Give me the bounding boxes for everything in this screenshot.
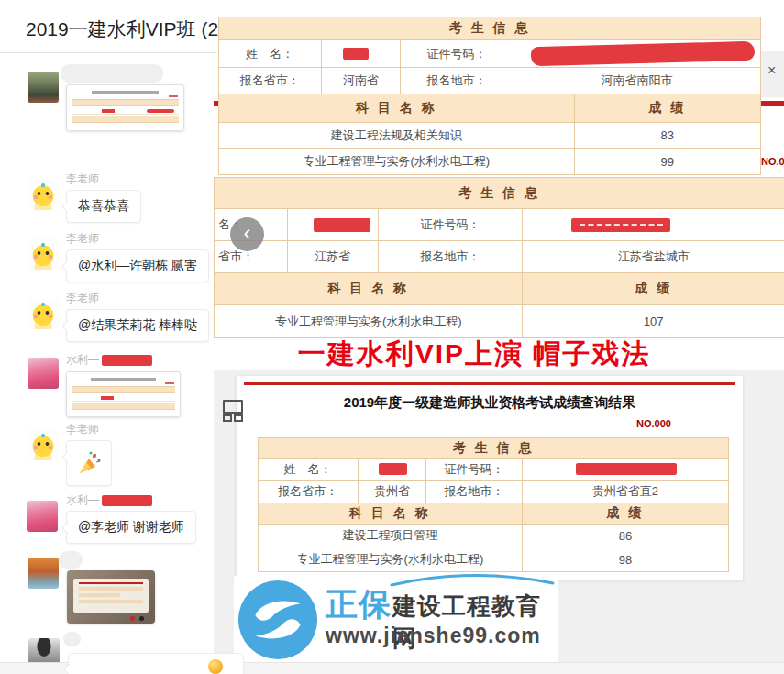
redacted-name-block: [102, 495, 152, 506]
result-page-title: 2019年度一级建造师执业资格考试成绩查询结果: [237, 394, 743, 412]
table-header-candidate-info: 考 生 信 息: [259, 438, 728, 458]
redacted-id-scribble: [531, 41, 755, 66]
message-bubble-emoji: [66, 440, 112, 486]
photo-dot-red: [130, 616, 135, 621]
city-value: 贵州省省直2: [523, 481, 728, 503]
mini-cert-row: [72, 107, 179, 115]
sender-name: 李老师: [66, 171, 99, 187]
censored-username: [59, 551, 83, 569]
name-value-cell: [359, 459, 427, 480]
table-header-candidate-info: 考 生 信 息: [215, 178, 784, 208]
logo-arc: [390, 572, 555, 587]
sender-name: 水利—: [66, 492, 152, 508]
mini-cert-row: [72, 394, 175, 402]
id-label: 证件号码：: [401, 40, 513, 67]
mini-cert-header-bar: [72, 116, 179, 123]
name-label: 姓 名：: [259, 459, 359, 480]
chat-group-title: 2019一建水利VIP班 (27): [26, 17, 236, 42]
province-value: 河南省: [322, 68, 402, 94]
previous-image-button[interactable]: ‹: [230, 217, 264, 251]
certificate-photo-message[interactable]: [67, 570, 155, 624]
id-label: 证件号码：: [426, 459, 523, 480]
table-header-candidate-info: 考 生 信 息: [219, 17, 760, 39]
app-window: 2019一建水利VIP班 (27) 李老师 恭喜恭喜 李老师 @水利—许朝栋 腻…: [0, 0, 784, 674]
subject-value: 建设工程法规及相关知识: [219, 123, 575, 148]
city-value: 河南省南阳市: [513, 68, 760, 94]
header-divider: [0, 52, 217, 53]
chevron-left-icon: ‹: [244, 222, 251, 244]
certificate-image-message[interactable]: [66, 371, 181, 417]
jianshe99-logo: 正保 建设工程教育网 www.jianshe99.com: [234, 576, 558, 662]
city-label: 报名地市：: [426, 481, 523, 503]
city-value: 江苏省盐城市: [523, 241, 784, 272]
logo-brand-text: 正保: [326, 583, 392, 626]
censored-username: [63, 632, 81, 646]
score-value: 99: [575, 149, 760, 174]
mini-cert-no-line: [169, 95, 178, 97]
score-header: 成 绩: [523, 273, 784, 304]
subject-header: 科 目 名 称: [259, 503, 523, 524]
subject-header: 科 目 名 称: [215, 273, 523, 304]
message-bubble: @李老师 谢谢老师: [66, 511, 196, 544]
close-icon[interactable]: ×: [767, 63, 776, 78]
photo-dot-dark: [139, 616, 144, 621]
mini-cert-no-line: [165, 382, 174, 384]
avatar[interactable]: [28, 429, 59, 460]
avatar[interactable]: [28, 179, 59, 210]
avatar[interactable]: [28, 558, 59, 589]
mini-cert-row: [72, 411, 175, 417]
subject-value: 专业工程管理与实务(水利水电工程): [259, 547, 523, 571]
mini-cert-header-bar: [72, 403, 175, 410]
sender-name: 水利—: [66, 352, 152, 368]
smiley-emoji-icon: [208, 659, 223, 674]
name-value-cell: [322, 40, 402, 67]
red-divider-line: [244, 382, 735, 385]
logo-url-text: www.jianshe99.com: [326, 624, 541, 648]
panel-sliver: [761, 9, 784, 51]
score-value: 107: [523, 305, 784, 337]
mini-cert-header-bar: [72, 386, 175, 393]
score-value: 83: [575, 123, 760, 148]
id-value-cell: [523, 209, 784, 240]
subject-header: 科 目 名 称: [219, 94, 575, 122]
score-header: 成 绩: [523, 503, 728, 524]
avatar[interactable]: [28, 238, 59, 270]
subject-value: 建设工程项目管理: [259, 525, 523, 547]
certificate-screenshot-henan: 考 生 信 息 姓 名： 证件号码： 报名省市： 河南省 报名地市： 河南省南阳…: [218, 9, 761, 174]
certificate-screenshot-guizhou: 2019年度一级建造师执业资格考试成绩查询结果 NO.000 考 生 信 息 姓…: [237, 376, 743, 580]
id-value-cell: [513, 40, 760, 67]
subject-value: 专业工程管理与实务(水利水电工程): [219, 149, 575, 174]
city-label: 报名地市：: [379, 241, 524, 272]
sender-name: 李老师: [66, 422, 99, 437]
certificate-number: NO.000: [636, 418, 671, 429]
sender-name: 李老师: [66, 231, 99, 247]
certificate-number: NO.0: [761, 156, 784, 167]
message-bubble-emoji: [68, 653, 244, 674]
mini-cert-row: [72, 124, 179, 131]
red-banner-text: 一建水利VIP上演 帽子戏法: [189, 336, 759, 373]
avatar[interactable]: [28, 72, 59, 103]
display-windows-icon[interactable]: [223, 400, 245, 422]
zhengbao-logo-icon: [237, 580, 318, 660]
certificate-image-message[interactable]: [66, 84, 184, 131]
province-label: 报名省市：: [259, 481, 359, 503]
name-label: 姓 名：: [219, 40, 322, 67]
viewer-titlebar-sliver: ×: [761, 51, 784, 97]
avatar[interactable]: [28, 358, 59, 389]
score-table-guizhou: 考 生 信 息 姓 名： 证件号码： 报名省市： 贵州省 报名地市： 贵州省省直…: [258, 437, 729, 572]
message-bubble: @水利—许朝栋 腻害: [66, 249, 209, 282]
id-label: 证件号码：: [379, 209, 524, 240]
party-popper-icon: [76, 450, 102, 476]
subject-value: 专业工程管理与实务(水利水电工程): [215, 305, 523, 337]
avatar[interactable]: [28, 298, 59, 329]
province-value: 贵州省: [359, 481, 427, 503]
score-header: 成 绩: [575, 94, 760, 122]
avatar[interactable]: [27, 501, 58, 532]
province-value: 江苏省: [288, 241, 379, 272]
censored-username: [61, 64, 163, 83]
score-value: 98: [523, 547, 728, 571]
sender-name: 李老师: [66, 291, 99, 306]
redacted-name: [379, 463, 407, 475]
redacted-name: [343, 48, 369, 60]
score-value: 86: [523, 525, 728, 547]
